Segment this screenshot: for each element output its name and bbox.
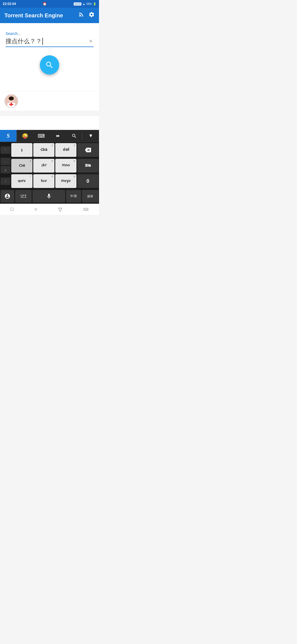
key-lang[interactable]: 中/英: [66, 190, 81, 203]
search-fab[interactable]: [40, 55, 59, 75]
toolbar-swipe[interactable]: S: [0, 130, 16, 142]
battery-icon: 🔋: [93, 2, 96, 6]
key-row-2: ... ج 4 IHƆ 5 ɹʞl 6 ouɯ: [1, 158, 98, 173]
keys-grid-2: 4 IHƆ 5 ɹʞl 6 ouɯ 重輸: [11, 159, 98, 173]
keys-grid-3: 7 sɹob 8 ʌnʇ 9 zʎxɯ 0: [11, 174, 98, 188]
key-mno-num: 6: [74, 160, 75, 162]
key-ghi-label: IHƆ: [19, 163, 25, 168]
keyboard-toolbar: S 😜 ⌨ ▼: [0, 130, 99, 142]
key-def-num: 3: [74, 144, 75, 147]
keys-row-1: ı 2 ɐqɔ 3 ɟǝp: [11, 143, 98, 157]
key-zero-label: 0: [86, 178, 89, 184]
toolbar-emoji[interactable]: 😜: [17, 130, 33, 142]
status-time: 22:02:04: [3, 2, 16, 6]
key-reset-label: 重輸: [85, 163, 91, 168]
nav-square[interactable]: □: [5, 204, 19, 214]
nav-keyboard[interactable]: ⌨: [78, 205, 94, 214]
status-bar: 22:02:04 ⏰ VoLTE ▲ 59% 🔋: [0, 0, 99, 8]
keys-row-2: 4 IHƆ 5 ɹʞl 6 ouɯ 重輸: [11, 159, 98, 173]
nav-circle[interactable]: ○: [29, 204, 43, 214]
key-pqrs[interactable]: 7 sɹob: [11, 174, 32, 188]
avatar-image: [5, 95, 18, 107]
key-suggestion[interactable]: 插筆: [82, 190, 98, 203]
side-key-arabic[interactable]: ج: [1, 166, 10, 173]
keys-row-3: 7 sɹob 8 ʌnʇ 9 zʎxɯ 0: [11, 174, 98, 188]
key-symbols[interactable]: [1, 190, 14, 203]
toolbar-hide[interactable]: ▼: [82, 130, 99, 142]
key-ghi[interactable]: 4 IHƆ: [11, 159, 32, 173]
key-jkl-num: 5: [52, 160, 53, 162]
key-def[interactable]: 3 ɟǝp: [55, 143, 76, 157]
key-1[interactable]: ı: [11, 143, 32, 157]
key-tuv-label: ʌnʇ: [41, 179, 47, 183]
key-wxyz-label: zʎxɯ: [61, 179, 71, 183]
key-pqrs-label: sɹob: [18, 179, 26, 183]
network-icon: ▲: [82, 2, 85, 6]
key-jkl-label: ɹʞl: [42, 163, 46, 168]
key-jkl[interactable]: 5 ɹʞl: [33, 159, 54, 173]
key-def-label: ɟǝp: [63, 148, 69, 152]
clear-icon[interactable]: ×: [88, 37, 94, 45]
app-bar: Torrent Search Engine: [0, 8, 99, 23]
key-mno[interactable]: 6 ouɯ: [55, 159, 76, 173]
search-input-container[interactable]: 搜点什么？？ ×: [6, 37, 94, 47]
cursor: [42, 38, 43, 45]
keyboard: S 😜 ⌨ ▼ ° ı: [0, 130, 99, 215]
content-spacer: [0, 116, 99, 130]
key-wxyz[interactable]: 9 zʎxɯ: [55, 174, 76, 188]
toolbar-search[interactable]: [66, 130, 82, 142]
svg-point-3: [9, 96, 14, 100]
settings-icon[interactable]: [89, 12, 95, 19]
volte-badge: VoLTE: [74, 2, 81, 6]
key-abc-label: ɐqɔ: [40, 148, 47, 152]
key-suggestion-label: 插筆: [87, 194, 93, 198]
side-key-dots[interactable]: ...: [1, 158, 10, 165]
side-keys-3: i: [1, 178, 10, 185]
toolbar-cursor[interactable]: [50, 130, 66, 142]
alarm-icon: ⏰: [43, 2, 47, 6]
key-row-3: i 7 sɹob 8 ʌnʇ 9 zʎxɯ: [1, 174, 98, 188]
key-row-1: ° ı 2 ɐqɔ 3 ɟǝp: [1, 143, 98, 157]
key-tuv[interactable]: 8 ʌnʇ: [33, 174, 54, 188]
key-1-label: ı: [21, 147, 23, 153]
rss-icon[interactable]: [78, 12, 84, 19]
key-reset[interactable]: 重輸: [77, 159, 98, 173]
search-value: 搜点什么？？: [6, 37, 42, 45]
toolbar-keyboard[interactable]: ⌨: [33, 130, 50, 142]
key-numbers[interactable]: ΣZƖ: [15, 190, 32, 203]
side-key-i[interactable]: i: [1, 178, 10, 185]
search-label: Search...: [6, 31, 94, 36]
key-numbers-label: ΣZƖ: [20, 194, 26, 198]
side-keys-1: °: [1, 146, 10, 154]
nav-triangle[interactable]: ▽: [53, 204, 68, 215]
app-bar-icons: [78, 12, 95, 19]
bottom-row: ΣZƖ 中/英 插筆: [1, 190, 98, 203]
key-mic[interactable]: [32, 190, 65, 203]
key-abc-num: 2: [52, 144, 53, 147]
key-pqrs-num: 7: [30, 175, 31, 178]
key-backspace[interactable]: [77, 143, 98, 157]
avatar-section: [0, 91, 99, 111]
search-text[interactable]: 搜点什么？？: [6, 37, 88, 45]
key-ghi-num: 4: [30, 160, 31, 162]
key-mno-label: ouɯ: [62, 163, 70, 168]
side-keys-2: ... ج: [1, 158, 10, 173]
app-title: Torrent Search Engine: [4, 12, 78, 19]
keys-grid-1: ı 2 ɐqɔ 3 ɟǝp: [11, 143, 98, 157]
svg-rect-6: [9, 104, 13, 105]
key-abc[interactable]: 2 ɐqɔ: [33, 143, 54, 157]
key-zero[interactable]: 0: [77, 174, 98, 188]
svg-point-0: [79, 16, 80, 17]
key-lang-label: 中/英: [70, 194, 77, 198]
status-icons: VoLTE ▲ 59% 🔋: [74, 2, 96, 6]
key-tuv-num: 8: [52, 175, 53, 178]
nav-bar: □ ○ ▽ ⌨: [0, 204, 99, 215]
fab-container: [6, 55, 94, 75]
keyboard-keys: ° ı 2 ɐqɔ 3 ɟǝp: [0, 142, 99, 190]
main-content: Search... 搜点什么？？ ×: [0, 23, 99, 91]
side-key-degree[interactable]: °: [1, 146, 10, 154]
battery-text: 59%: [86, 2, 92, 6]
avatar[interactable]: [4, 94, 18, 108]
key-wxyz-num: 9: [74, 175, 75, 178]
